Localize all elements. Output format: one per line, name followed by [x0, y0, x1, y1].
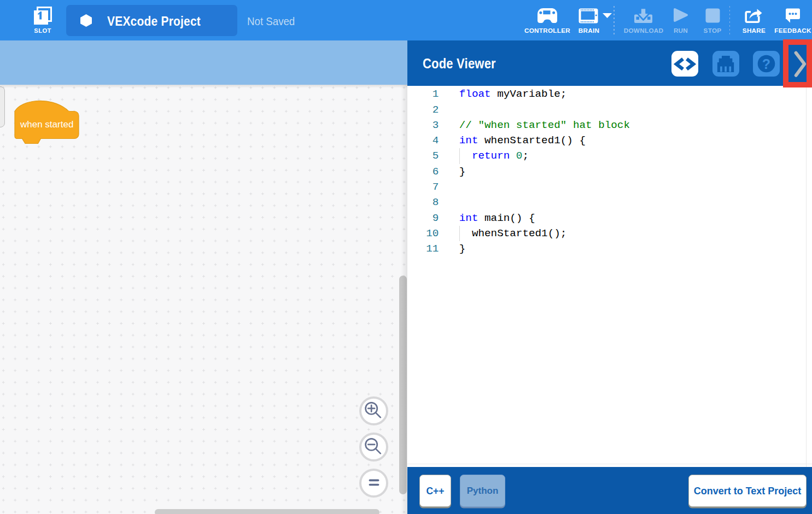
svg-text:when started: when started [20, 119, 73, 130]
svg-text:?: ? [762, 56, 770, 72]
